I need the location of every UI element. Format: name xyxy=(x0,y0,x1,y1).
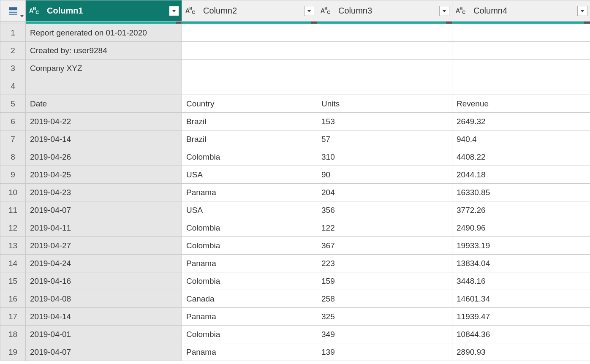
cell[interactable] xyxy=(317,24,452,42)
cell[interactable]: 139 xyxy=(317,343,452,361)
column-header-column4[interactable]: ABC Column4 xyxy=(452,0,590,22)
row-number[interactable]: 3 xyxy=(0,60,26,77)
cell[interactable]: Date xyxy=(26,95,182,113)
cell[interactable]: 2044.18 xyxy=(452,166,590,184)
cell[interactable]: 90 xyxy=(317,166,452,184)
column-header-column1[interactable]: ABC Column1 xyxy=(26,0,182,22)
cell[interactable]: Panama xyxy=(182,255,317,272)
cell[interactable]: Colombia xyxy=(182,219,317,237)
cell[interactable]: Report generated on 01-01-2020 xyxy=(26,24,182,42)
cell[interactable]: 2019-04-01 xyxy=(26,326,182,343)
cell[interactable]: USA xyxy=(182,166,317,184)
row-number[interactable]: 7 xyxy=(0,130,26,148)
cell[interactable] xyxy=(452,42,590,60)
cell[interactable] xyxy=(452,77,590,95)
cell[interactable]: 2649.32 xyxy=(452,113,590,130)
cell[interactable]: 356 xyxy=(317,201,452,219)
cell[interactable]: Colombia xyxy=(182,237,317,255)
row-number[interactable]: 10 xyxy=(0,184,26,201)
cell[interactable]: 223 xyxy=(317,255,452,272)
cell[interactable]: Colombia xyxy=(182,326,317,343)
cell[interactable]: 153 xyxy=(317,113,452,130)
cell[interactable]: 2019-04-22 xyxy=(26,113,182,130)
cell[interactable] xyxy=(182,42,317,60)
filter-button[interactable] xyxy=(169,6,179,16)
cell[interactable]: 349 xyxy=(317,326,452,343)
cell[interactable]: 2019-04-23 xyxy=(26,184,182,201)
cell[interactable]: Canada xyxy=(182,290,317,308)
cell[interactable]: 2019-04-07 xyxy=(26,201,182,219)
filter-button[interactable] xyxy=(304,6,314,16)
cell[interactable]: Panama xyxy=(182,184,317,201)
cell[interactable]: Panama xyxy=(182,343,317,361)
cell[interactable]: 367 xyxy=(317,237,452,255)
cell[interactable]: 2890.93 xyxy=(452,343,590,361)
table-row[interactable]: 122019-04-11Colombia1222490.96 xyxy=(0,219,590,237)
cell[interactable]: 204 xyxy=(317,184,452,201)
cell[interactable]: 19933.19 xyxy=(452,237,590,255)
filter-button[interactable] xyxy=(439,6,449,16)
row-number[interactable]: 8 xyxy=(0,148,26,166)
table-row[interactable]: 162019-04-08Canada25814601.34 xyxy=(0,290,590,308)
table-row[interactable]: 1Report generated on 01-01-2020 xyxy=(0,24,590,42)
table-row[interactable]: 112019-04-07USA3563772.26 xyxy=(0,201,590,219)
cell[interactable]: 159 xyxy=(317,272,452,290)
table-row[interactable]: 72019-04-14Brazil57940.4 xyxy=(0,130,590,148)
table-row[interactable]: 172019-04-14Panama32511939.47 xyxy=(0,308,590,326)
table-row[interactable]: 92019-04-25USA902044.18 xyxy=(0,166,590,184)
cell[interactable]: 11939.47 xyxy=(452,308,590,326)
row-number[interactable]: 4 xyxy=(0,77,26,95)
cell[interactable]: Colombia xyxy=(182,272,317,290)
filter-button[interactable] xyxy=(577,6,587,16)
table-row[interactable]: 192019-04-07Panama1392890.93 xyxy=(0,343,590,361)
cell[interactable]: Created by: user9284 xyxy=(26,42,182,60)
table-row[interactable]: 3Company XYZ xyxy=(0,60,590,77)
table-row[interactable]: 132019-04-27Colombia36719933.19 xyxy=(0,237,590,255)
cell[interactable]: Colombia xyxy=(182,148,317,166)
row-number[interactable]: 2 xyxy=(0,42,26,60)
cell[interactable]: 258 xyxy=(317,290,452,308)
table-row[interactable]: 5DateCountryUnitsRevenue xyxy=(0,95,590,113)
cell[interactable]: Units xyxy=(317,95,452,113)
cell[interactable]: 2019-04-08 xyxy=(26,290,182,308)
cell[interactable]: 3772.26 xyxy=(452,201,590,219)
row-number[interactable]: 15 xyxy=(0,272,26,290)
data-preview-table[interactable]: ABC Column1 ABC Column2 AB xyxy=(0,0,590,361)
cell[interactable]: 2019-04-27 xyxy=(26,237,182,255)
row-number[interactable]: 16 xyxy=(0,290,26,308)
cell[interactable]: 2019-04-24 xyxy=(26,255,182,272)
table-row[interactable]: 182019-04-01Colombia34910844.36 xyxy=(0,326,590,343)
table-row[interactable]: 152019-04-16Colombia1593448.16 xyxy=(0,272,590,290)
cell[interactable]: 14601.34 xyxy=(452,290,590,308)
cell[interactable]: 2019-04-16 xyxy=(26,272,182,290)
cell[interactable]: 3448.16 xyxy=(452,272,590,290)
row-number[interactable]: 18 xyxy=(0,326,26,343)
cell[interactable]: 122 xyxy=(317,219,452,237)
row-number[interactable]: 11 xyxy=(0,201,26,219)
row-number[interactable]: 1 xyxy=(0,24,26,42)
cell[interactable] xyxy=(317,60,452,77)
cell[interactable]: 940.4 xyxy=(452,130,590,148)
table-row[interactable]: 102019-04-23Panama20416330.85 xyxy=(0,184,590,201)
cell[interactable] xyxy=(452,24,590,42)
cell[interactable]: 2019-04-26 xyxy=(26,148,182,166)
cell[interactable]: 2019-04-14 xyxy=(26,130,182,148)
table-row[interactable]: 4 xyxy=(0,77,590,95)
cell[interactable]: 2490.96 xyxy=(452,219,590,237)
cell[interactable]: 13834.04 xyxy=(452,255,590,272)
row-number[interactable]: 13 xyxy=(0,237,26,255)
cell[interactable]: 16330.85 xyxy=(452,184,590,201)
cell[interactable]: 4408.22 xyxy=(452,148,590,166)
cell[interactable] xyxy=(182,24,317,42)
column-header-column3[interactable]: ABC Column3 xyxy=(317,0,452,22)
cell[interactable]: 57 xyxy=(317,130,452,148)
cell[interactable] xyxy=(317,42,452,60)
table-row[interactable]: 2Created by: user9284 xyxy=(0,42,590,60)
table-row[interactable]: 82019-04-26Colombia3104408.22 xyxy=(0,148,590,166)
select-all-header[interactable] xyxy=(0,0,26,22)
row-number[interactable]: 17 xyxy=(0,308,26,326)
cell[interactable]: Revenue xyxy=(452,95,590,113)
cell[interactable]: 2019-04-11 xyxy=(26,219,182,237)
cell[interactable]: 2019-04-07 xyxy=(26,343,182,361)
cell[interactable]: Company XYZ xyxy=(26,60,182,77)
